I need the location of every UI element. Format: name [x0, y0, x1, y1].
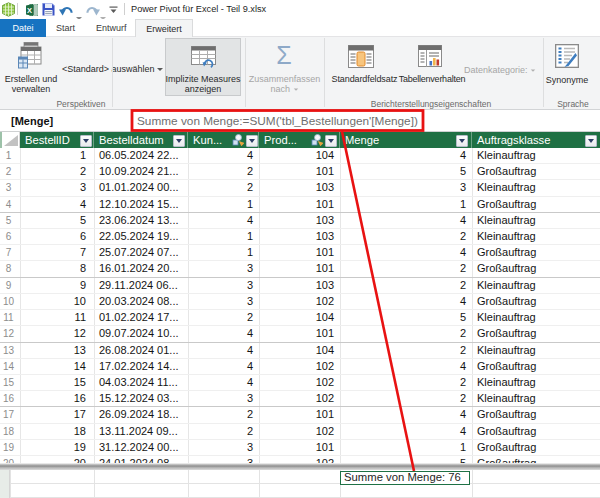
svg-text:X: X — [27, 6, 32, 15]
